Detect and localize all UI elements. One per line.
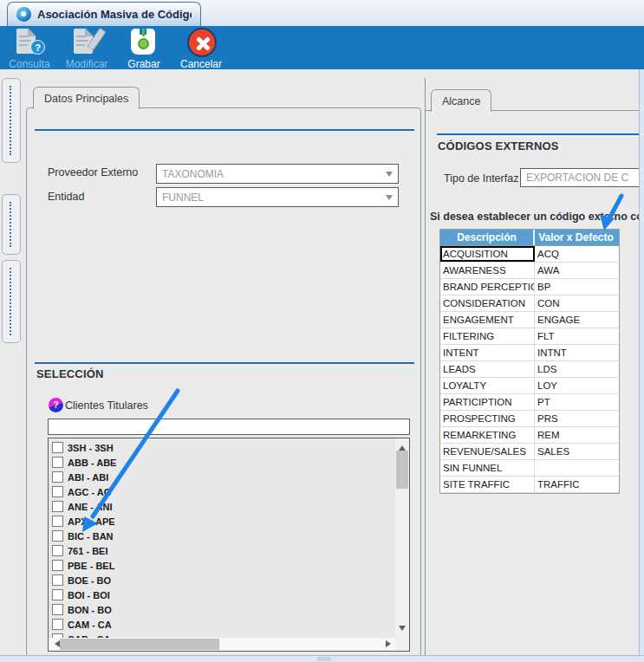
collapsed-panel-tab-3[interactable] [2,260,21,343]
scroll-left-icon[interactable] [51,640,60,647]
clientes-titulares-label: Clientes Titulares [65,399,148,412]
list-item[interactable]: ABB - ABE [49,455,395,470]
collapsed-panel-tab-2[interactable] [2,194,21,255]
checkbox[interactable] [52,501,63,512]
descripcion-cell[interactable]: AWARENESS [440,263,535,278]
checkbox[interactable] [52,530,63,542]
list-item[interactable]: BIC - BAN [49,529,395,543]
edit-document-icon [71,28,102,57]
valor-cell[interactable]: ACQ [535,246,617,262]
valor-cell[interactable]: PRS [535,411,617,426]
checkbox[interactable] [52,560,63,571]
list-item[interactable]: BOI - BOI [49,587,395,602]
descripcion-cell[interactable]: SIN FUNNEL [440,460,535,476]
checkbox[interactable] [52,486,63,497]
horizontal-scrollbar-thumb[interactable] [60,639,219,650]
tab-datos-principales[interactable]: Datos Principales [33,87,140,109]
table-row: FILTERINGFLT [440,328,619,345]
clientes-list[interactable]: 3SH - 3SHABB - ABEABI - ABIAGC - AGANE -… [48,438,410,652]
modificar-button[interactable]: Modificar [62,28,111,70]
valor-cell[interactable]: INTNT [535,345,617,360]
tab-datos-principales-label: Datos Principales [44,93,128,105]
list-item[interactable]: BON - BO [49,602,395,617]
list-item[interactable]: AGC - AG [49,484,395,499]
cancelar-button[interactable]: Cancelar [177,28,225,70]
descripcion-cell[interactable]: BRAND PERCEPTION [440,279,535,295]
list-item[interactable]: PBE - BEL [49,558,395,573]
checkbox[interactable] [52,516,63,527]
proveedor-externo-combo[interactable]: TAXONOMIA [156,164,399,184]
tab-alcance[interactable]: Alcance [431,89,491,112]
valor-cell[interactable]: LDS [535,361,617,377]
checkbox[interactable] [52,604,63,615]
clientes-filter-input[interactable] [48,419,410,435]
descripcion-cell[interactable]: ACQUISITION [440,246,535,262]
tipo-de-interfaz-field[interactable]: EXPORTACION DE C [520,168,644,187]
proveedor-externo-label: Proveedor Externo [48,166,138,178]
checkbox[interactable] [52,457,63,468]
valor-cell[interactable]: PT [535,394,617,410]
checkbox[interactable] [52,442,63,453]
vertical-scrollbar[interactable] [395,438,409,638]
descripcion-cell[interactable]: LEADS [440,361,535,377]
window-tab[interactable]: Asociación Masiva de Códigos Ext... [7,2,201,26]
descripcion-cell[interactable]: INTENT [440,345,535,360]
valor-cell[interactable]: REM [535,427,617,443]
descripcion-cell[interactable]: ENGAGEMENT [440,312,535,328]
list-item-label: CAM - CA [68,620,112,630]
splitter-grip[interactable] [317,657,331,661]
vertical-scrollbar-thumb[interactable] [396,451,408,489]
descripcion-cell[interactable]: FILTERING [440,328,535,344]
list-item[interactable]: BOE - BO [49,573,395,587]
list-item-label: ABB - ABE [68,458,116,468]
horizontal-scrollbar[interactable] [49,638,397,651]
table-row: REVENUE/SALESSALES [440,444,619,460]
scroll-down-icon[interactable] [399,626,406,634]
descripcion-cell[interactable]: PARTICIPTION [440,394,535,410]
list-item[interactable]: 3SH - 3SH [49,440,395,455]
descripcion-cell[interactable]: PROSPECTING [440,411,535,426]
list-item[interactable]: CAM - CA [49,617,395,632]
clientes-titulares-icon: ? [49,398,63,412]
grabar-button[interactable]: Grabar [120,28,168,70]
descripcion-cell[interactable]: SITE TRAFFIC [440,477,535,492]
scroll-up-icon[interactable] [399,442,406,451]
valor-cell[interactable] [535,460,617,476]
modificar-label: Modificar [66,58,108,70]
list-item[interactable]: ANE - ANI [49,499,395,514]
valor-cell[interactable]: CON [535,295,617,311]
descripcion-cell[interactable]: CONSIDERATION [440,295,535,311]
checkbox[interactable] [52,589,63,600]
cancelar-label: Cancelar [180,58,222,70]
descripcion-cell[interactable]: REMARKETING [440,427,535,443]
checkbox[interactable] [52,619,63,630]
valor-cell[interactable]: ENGAGE [535,312,617,328]
checkbox[interactable] [52,574,63,586]
col-descripcion[interactable]: Descripción [440,230,535,245]
valor-cell[interactable]: AWA [535,263,617,278]
list-item[interactable]: 761 - BEI [49,543,395,558]
checkbox[interactable] [52,471,63,483]
checkbox[interactable] [52,545,63,556]
collapsed-panel-tab-1[interactable] [2,78,21,163]
list-item[interactable]: APX - APE [49,514,395,529]
valor-cell[interactable]: FLT [535,328,617,344]
codigos-table[interactable]: Descripción Valor x Defecto ACQUISITIONA… [439,229,620,494]
consulta-button[interactable]: ? Consulta [5,28,54,70]
descripcion-cell[interactable]: LOYALTY [440,378,535,393]
valor-cell[interactable]: SALES [535,444,617,459]
table-row: INTENTINTNT [440,345,619,361]
descripcion-cell[interactable]: REVENUE/SALES [440,444,535,459]
tab-strip: Asociación Masiva de Códigos Ext... [0,0,644,26]
col-valor-x-defecto[interactable]: Valor x Defecto [535,230,617,245]
panel-divider [425,78,426,657]
valor-cell[interactable]: LOY [535,378,617,393]
table-row: AWARENESSAWA [440,263,619,279]
list-item[interactable]: ABI - ABI [49,470,395,484]
list-item-label: BON - BO [68,605,112,615]
entidad-combo[interactable]: FUNNEL [156,187,399,207]
valor-cell[interactable]: TRAFFIC [535,477,617,492]
valor-cell[interactable]: BP [535,279,617,295]
table-row: PARTICIPTIONPT [440,394,619,411]
scroll-right-icon[interactable] [386,640,394,647]
